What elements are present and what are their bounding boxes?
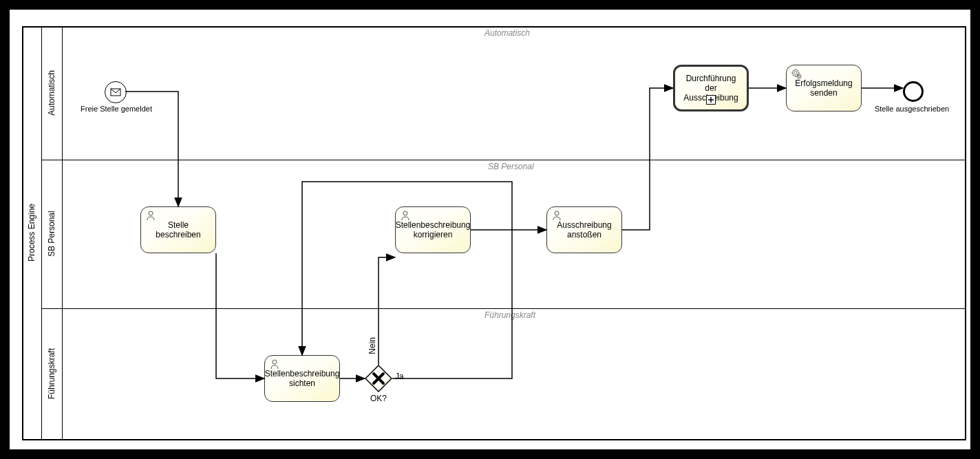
task-stellenbeschreibung-sichten: Stellenbeschreibung sichten	[264, 355, 340, 402]
task-label: Stelle beschreiben	[145, 220, 211, 239]
task-label: Ausschreibung anstoßen	[551, 220, 617, 239]
lane-label-sb-personal: SB Personal	[44, 160, 59, 308]
task-label: Stellenbeschreibung korrigieren	[396, 220, 471, 239]
exclusive-gateway-ok	[365, 365, 392, 392]
service-task-icon	[791, 68, 803, 83]
svg-point-3	[403, 211, 407, 215]
subprocess-marker-icon	[706, 95, 716, 107]
lane-header-divider	[62, 26, 63, 439]
lane-header-automatisch: Automatisch	[484, 28, 530, 38]
svg-point-18	[798, 75, 800, 77]
lane-label-fuehrungskraft: Führungskraft	[44, 308, 59, 439]
svg-line-14	[793, 70, 793, 71]
gateway-label: OK?	[370, 394, 387, 403]
gateway-nein-label: Nein	[368, 337, 377, 354]
lane-header-sb-personal: SB Personal	[488, 162, 534, 171]
task-label: Stellenbeschreibung sichten	[265, 369, 340, 388]
user-task-icon	[551, 210, 562, 223]
svg-point-4	[555, 211, 559, 215]
task-stellenbeschreibung-korrigieren: Stellenbeschreibung korrigieren	[395, 206, 471, 253]
svg-line-17	[798, 70, 798, 71]
lane-divider-2	[41, 308, 965, 309]
user-task-icon	[400, 210, 411, 223]
lane-header-fuehrungskraft: Führungskraft	[484, 310, 535, 320]
end-event-label: Stelle ausgeschrieben	[874, 105, 950, 113]
lane-label-automatisch: Automatisch	[44, 26, 59, 160]
start-event-label: Freie Stelle gemeldet	[78, 105, 154, 113]
pool-border-right	[965, 26, 966, 440]
svg-point-2	[273, 360, 277, 364]
pool-border-top	[22, 26, 965, 28]
diagram-canvas: Process Engine Automatisch SB Personal F…	[10, 10, 970, 449]
pool-border-left	[22, 26, 23, 440]
pool-header-divider	[41, 26, 42, 439]
pool-label: Process Engine	[25, 26, 39, 439]
task-stelle-beschreiben: Stelle beschreiben	[140, 206, 216, 253]
user-task-icon	[145, 210, 156, 223]
end-event	[903, 81, 924, 102]
lane-divider-1	[41, 160, 965, 160]
svg-line-16	[793, 75, 793, 76]
svg-point-19	[797, 74, 801, 78]
start-event-message	[105, 81, 127, 103]
svg-point-8	[794, 72, 797, 74]
task-durchfuehrung-der-ausschreibung: Durchführung der Ausschreibung	[673, 65, 749, 111]
task-erfolgsmeldung-senden: Erfolgsmeldung senden	[786, 65, 862, 111]
gateway-ja-label: Ja	[395, 372, 404, 381]
pool-border-bottom	[22, 439, 966, 440]
user-task-icon	[269, 359, 280, 372]
svg-point-1	[149, 211, 153, 215]
task-ausschreibung-anstossen: Ausschreibung anstoßen	[546, 206, 622, 253]
